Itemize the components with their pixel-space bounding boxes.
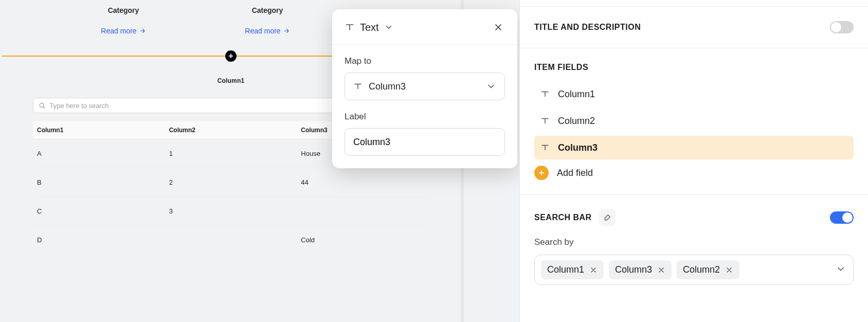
arrow-right-icon bbox=[139, 27, 146, 34]
cell: A bbox=[33, 139, 165, 168]
card: Category Read more bbox=[67, 0, 180, 57]
popover-body: Map to Column3 Label bbox=[332, 45, 517, 156]
popover-header: Text bbox=[332, 9, 517, 45]
plus-icon: + bbox=[534, 166, 549, 180]
cell: 1 bbox=[165, 139, 297, 168]
cell: B bbox=[33, 168, 165, 197]
table-row[interactable]: C 3 bbox=[33, 197, 429, 226]
panel-top-strip bbox=[520, 0, 868, 7]
chip-label: Column2 bbox=[683, 264, 720, 275]
mapto-value: Column3 bbox=[369, 81, 406, 92]
remove-icon[interactable] bbox=[725, 266, 733, 274]
field-item-label: Column2 bbox=[558, 116, 595, 127]
field-type-label: Text bbox=[360, 22, 379, 33]
chip-column2[interactable]: Column2 bbox=[677, 260, 739, 279]
close-icon bbox=[493, 22, 503, 32]
text-icon bbox=[540, 90, 550, 99]
card-category: Category bbox=[108, 6, 139, 14]
add-section-button[interactable]: + bbox=[225, 50, 237, 62]
text-icon bbox=[540, 143, 550, 152]
read-more-link[interactable]: Read more bbox=[245, 27, 290, 35]
arrow-right-icon bbox=[283, 27, 290, 34]
chevron-down-icon bbox=[486, 81, 496, 92]
text-icon bbox=[345, 22, 355, 32]
chevron-down-icon bbox=[384, 23, 393, 32]
field-item-label: Column3 bbox=[558, 142, 598, 153]
item-fields-heading: ITEM FIELDS bbox=[534, 63, 854, 72]
label-input[interactable] bbox=[353, 129, 496, 155]
search-bar-section: SEARCH BAR Search by Column1 Column3 Col… bbox=[520, 195, 868, 299]
chip-column3[interactable]: Column3 bbox=[609, 260, 672, 279]
title-desc-toggle[interactable] bbox=[830, 21, 854, 33]
card: Category Read more bbox=[211, 0, 324, 57]
cell bbox=[297, 197, 429, 226]
search-icon bbox=[39, 102, 46, 109]
field-item-label: Column1 bbox=[558, 89, 595, 100]
table-row[interactable]: D Cold bbox=[33, 226, 429, 255]
remove-icon[interactable] bbox=[589, 266, 598, 274]
cell: C bbox=[33, 197, 165, 226]
text-icon bbox=[353, 82, 363, 91]
field-item-column1[interactable]: Column1 bbox=[534, 82, 854, 106]
chip-label: Column3 bbox=[615, 264, 652, 275]
read-more-link[interactable]: Read more bbox=[101, 27, 146, 35]
cell: Cold bbox=[297, 226, 429, 255]
table-row[interactable]: B 2 44 bbox=[33, 168, 429, 197]
search-by-select[interactable]: Column1 Column3 Column2 bbox=[534, 255, 854, 285]
label-label: Label bbox=[345, 112, 505, 122]
inspector-panel: TITLE AND DESCRIPTION ITEM FIELDS Column… bbox=[519, 0, 868, 322]
search-by-label: Search by bbox=[534, 237, 854, 247]
remove-icon[interactable] bbox=[657, 266, 665, 274]
paintbrush-icon bbox=[603, 213, 611, 222]
cell: 3 bbox=[165, 197, 297, 226]
title-desc-section: TITLE AND DESCRIPTION bbox=[520, 7, 868, 48]
cell: 44 bbox=[297, 168, 429, 197]
add-field-button[interactable]: + Add field bbox=[534, 166, 854, 180]
text-icon bbox=[540, 116, 550, 126]
close-button[interactable] bbox=[492, 21, 505, 34]
search-bar-heading: SEARCH BAR bbox=[534, 213, 592, 222]
toggle-knob bbox=[831, 22, 841, 32]
col-header[interactable]: Column2 bbox=[165, 121, 297, 139]
chip-label: Column1 bbox=[547, 264, 584, 275]
field-item-column3[interactable]: Column3 bbox=[534, 136, 854, 159]
field-list: Column1 Column2 Column3 bbox=[534, 82, 854, 159]
field-type-select[interactable]: Text bbox=[345, 22, 393, 33]
read-more-label: Read more bbox=[245, 27, 280, 35]
item-fields-section: ITEM FIELDS Column1 Column2 Column3 + Ad… bbox=[520, 48, 868, 195]
read-more-label: Read more bbox=[101, 27, 136, 35]
toggle-knob bbox=[842, 212, 853, 223]
field-item-column2[interactable]: Column2 bbox=[534, 109, 854, 133]
add-field-label: Add field bbox=[557, 168, 593, 178]
chevron-down-icon bbox=[836, 264, 846, 274]
col-header[interactable]: Column1 bbox=[33, 121, 165, 139]
chip-column1[interactable]: Column1 bbox=[541, 260, 604, 279]
cell: D bbox=[33, 226, 165, 255]
cell bbox=[165, 226, 297, 255]
edit-style-button[interactable] bbox=[599, 209, 616, 226]
card-category: Category bbox=[252, 6, 283, 14]
search-bar-toggle[interactable] bbox=[830, 211, 854, 224]
field-popover: Text Map to Column3 Label bbox=[332, 9, 517, 168]
mapto-select[interactable]: Column3 bbox=[345, 73, 505, 100]
title-desc-heading: TITLE AND DESCRIPTION bbox=[534, 23, 641, 32]
cell: 2 bbox=[165, 168, 297, 197]
expand-button[interactable] bbox=[836, 264, 846, 276]
mapto-label: Map to bbox=[345, 56, 505, 66]
label-input-wrap[interactable] bbox=[345, 128, 505, 156]
